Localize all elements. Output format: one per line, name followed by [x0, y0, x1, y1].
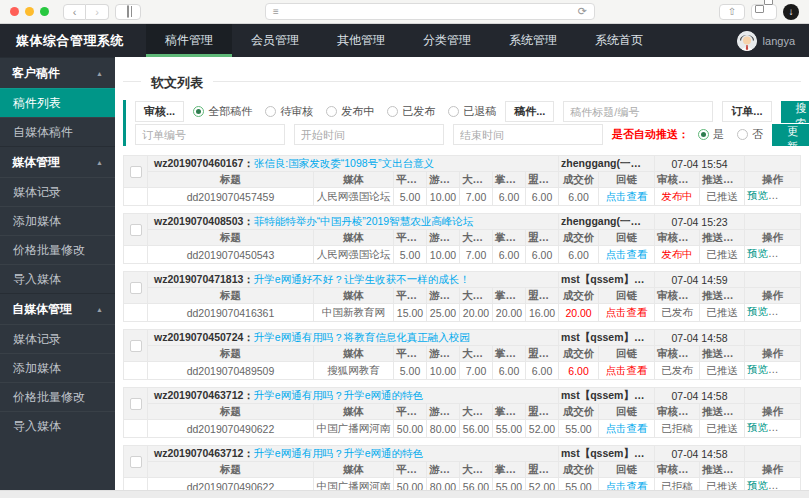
- row-checkbox[interactable]: [130, 282, 142, 294]
- publish-time: 07-04 15:54: [655, 156, 745, 172]
- tab-overview-button[interactable]: [751, 4, 777, 20]
- sidebar-toggle-button[interactable]: [115, 4, 141, 20]
- sidebar-item[interactable]: 导入媒体: [0, 411, 115, 440]
- price-cell: 5.00: [394, 188, 427, 206]
- row-checkbox[interactable]: [130, 340, 142, 352]
- article-title-link[interactable]: 升学e网通有用吗？升学e网通的特色: [254, 389, 423, 401]
- audit-status: 发布中: [655, 246, 700, 264]
- order-id: dd2019070490622: [148, 478, 314, 491]
- article-title-link[interactable]: 升学e网通有用吗？将教育信息化真正融入校园: [254, 331, 470, 343]
- column-header-row: 标题 媒体 平台价 游客价 大使价 掌门价 盟主价 成交价 回链 审核进度 推送…: [124, 172, 801, 188]
- radio-icon: [448, 106, 459, 117]
- media-name: 中国广播网河南: [314, 420, 394, 438]
- order-label: 订单...: [722, 101, 771, 122]
- filter-row-1: 审核... 全部稿件待审核发布中已发布已退稿 稿件... 订单... 搜索: [135, 100, 801, 123]
- radio-option[interactable]: 已退稿: [448, 104, 496, 119]
- row-checkbox[interactable]: [130, 398, 142, 410]
- nav-item[interactable]: 其他管理: [318, 24, 404, 57]
- preview-link[interactable]: 预览: [747, 189, 768, 201]
- sidebar-item[interactable]: 价格批量修改: [0, 235, 115, 264]
- article-id: wz2019070463712: [154, 389, 243, 401]
- window-minimize-icon[interactable]: [25, 7, 34, 16]
- sidebar-item[interactable]: 价格批量修改: [0, 382, 115, 411]
- start-time-input[interactable]: [294, 124, 444, 145]
- sidebar-group-header[interactable]: 自媒体管理▲: [0, 293, 115, 324]
- checkbox-cell: [124, 156, 148, 188]
- radio-option[interactable]: 否: [737, 127, 763, 142]
- sidebar-item[interactable]: 添加媒体: [0, 353, 115, 382]
- col-ambassador-price: 大使价: [460, 230, 493, 246]
- view-link[interactable]: 点击查看: [606, 306, 648, 318]
- media-name: 中国广播网河南: [314, 478, 394, 491]
- col-backlink: 回链: [599, 462, 655, 478]
- group-header-row: wz2019070408503：菲特能特举办“中国丹棱”2019智慧农业高峰论坛…: [124, 214, 801, 230]
- view-link[interactable]: 点击查看: [606, 190, 648, 202]
- article-group: wz2019070460167：张信良:国家发改委“1098号”文出台意义 zh…: [123, 155, 801, 206]
- price-cell: 16.00: [526, 304, 559, 322]
- sidebar-item[interactable]: 媒体记录: [0, 177, 115, 206]
- search-button[interactable]: 搜索: [781, 101, 809, 123]
- radio-option[interactable]: 是: [698, 127, 724, 142]
- view-link[interactable]: 点击查看: [606, 422, 648, 434]
- preview-link[interactable]: 预览: [747, 479, 768, 490]
- article-id-title-cell: wz2019070463712：升学e网通有用吗？升学e网通的特色: [148, 388, 559, 404]
- col-platform-price: 平台价: [394, 288, 427, 304]
- radio-option[interactable]: 发布中: [326, 104, 374, 119]
- radio-option[interactable]: 待审核: [265, 104, 313, 119]
- window-zoom-icon[interactable]: [40, 7, 49, 16]
- downloads-button[interactable]: ↓: [783, 4, 799, 20]
- col-leader-price: 盟主价: [526, 172, 559, 188]
- article-title-link[interactable]: 升学e网通好不好？让学生收获不一样的成长！: [254, 273, 470, 285]
- app-body: 客户稿件▲稿件列表自媒体稿件媒体管理▲媒体记录添加媒体价格批量修改导入媒体自媒体…: [0, 57, 809, 490]
- radio-option[interactable]: 全部稿件: [193, 104, 252, 119]
- order-number-input[interactable]: [135, 124, 285, 145]
- preview-link[interactable]: 预览: [747, 363, 768, 375]
- col-guest-price: 游客价: [427, 404, 460, 420]
- price-cell: 20.00: [460, 304, 493, 322]
- row-checkbox[interactable]: [130, 456, 142, 468]
- header-action-cell: [745, 388, 801, 404]
- push-status: 已推送: [700, 246, 745, 264]
- sidebar-item[interactable]: 媒体记录: [0, 324, 115, 353]
- user-area[interactable]: langya: [737, 24, 809, 57]
- nav-item[interactable]: 系统管理: [490, 24, 576, 57]
- browser-forward-button[interactable]: ›: [86, 4, 109, 20]
- sidebar-group-label: 媒体管理: [12, 154, 60, 171]
- end-time-input[interactable]: [453, 124, 603, 145]
- article-label: 稿件...: [505, 101, 554, 122]
- article-title-link[interactable]: 张信良:国家发改委“1098号”文出台意义: [254, 157, 434, 169]
- col-backlink: 回链: [599, 404, 655, 420]
- update-box-status-button[interactable]: 更新盒子状态: [772, 124, 809, 146]
- row-checkbox[interactable]: [130, 166, 142, 178]
- nav-item[interactable]: 分类管理: [404, 24, 490, 57]
- row-checkbox[interactable]: [130, 224, 142, 236]
- article-title-link[interactable]: 菲特能特举办“中国丹棱”2019智慧农业高峰论坛: [254, 215, 473, 227]
- preview-link[interactable]: 预览: [747, 305, 768, 317]
- reload-icon[interactable]: ⟳: [578, 5, 587, 18]
- col-platform-price: 平台价: [394, 404, 427, 420]
- window-close-icon[interactable]: [10, 7, 19, 16]
- view-link[interactable]: 点击查看: [606, 480, 648, 491]
- nav-item[interactable]: 会员管理: [232, 24, 318, 57]
- sidebar-item[interactable]: 导入媒体: [0, 264, 115, 293]
- view-link[interactable]: 点击查看: [606, 248, 648, 260]
- view-link[interactable]: 点击查看: [606, 364, 648, 376]
- sidebar-group-header[interactable]: 客户稿件▲: [0, 57, 115, 88]
- nav-item[interactable]: 稿件管理: [146, 24, 232, 57]
- article-title-input[interactable]: [563, 101, 713, 122]
- col-push-status: 推送状态: [700, 404, 745, 420]
- preview-link[interactable]: 预览: [747, 421, 768, 433]
- address-bar[interactable]: ≡ ⟳: [265, 3, 595, 20]
- sidebar-item[interactable]: 添加媒体: [0, 206, 115, 235]
- share-button[interactable]: ⇧: [719, 4, 745, 20]
- browser-back-button[interactable]: ‹: [63, 4, 86, 20]
- footer-strip: [0, 490, 809, 498]
- radio-option[interactable]: 已发布: [387, 104, 435, 119]
- sidebar-group-header[interactable]: 媒体管理▲: [0, 146, 115, 177]
- preview-link[interactable]: 预览: [747, 247, 768, 259]
- sidebar-item[interactable]: 稿件列表: [0, 88, 115, 117]
- article-title-link[interactable]: 升学e网通有用吗？升学e网通的特色: [254, 447, 423, 459]
- data-checkbox-spacer: [124, 420, 148, 438]
- nav-item[interactable]: 系统首页: [576, 24, 662, 57]
- sidebar-item[interactable]: 自媒体稿件: [0, 117, 115, 146]
